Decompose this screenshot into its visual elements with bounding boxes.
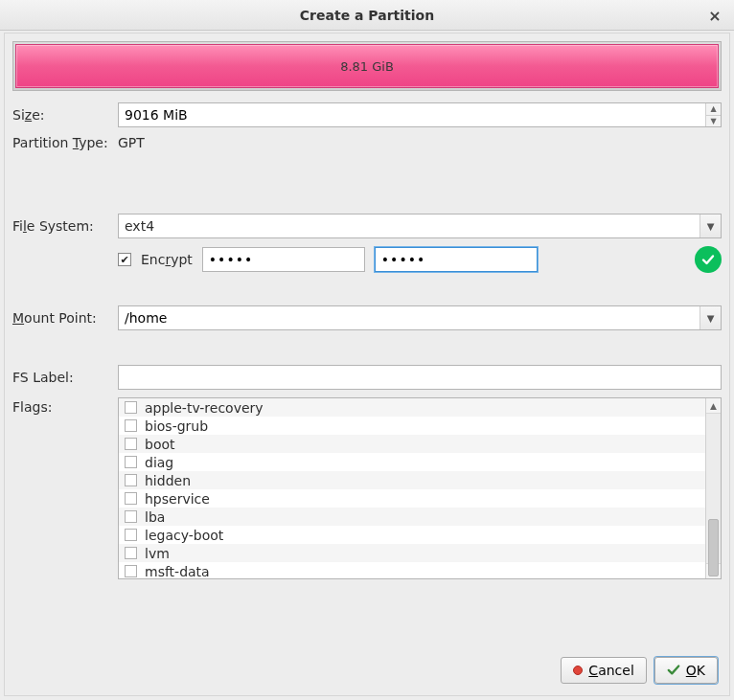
flag-checkbox[interactable] (125, 492, 137, 505)
ok-button-label: OK (686, 663, 705, 678)
size-label: Size: (12, 107, 112, 123)
scroll-track[interactable] (706, 414, 721, 563)
close-button[interactable]: × (703, 0, 726, 31)
flag-row[interactable]: hidden (119, 471, 705, 489)
flag-label: lba (145, 509, 165, 525)
flag-label: hpservice (145, 491, 210, 507)
fs-label-input[interactable] (118, 365, 722, 390)
flag-checkbox[interactable] (125, 474, 137, 486)
password-input-1[interactable] (202, 247, 365, 272)
create-partition-dialog: Create a Partition × 8.81 GiB Size: ▲ ▼ … (0, 0, 734, 700)
mount-point-label: Mount Point: (12, 310, 112, 326)
cancel-button-label: Cancel (588, 663, 633, 678)
flag-checkbox[interactable] (125, 401, 137, 414)
flag-label: hidden (145, 473, 191, 488)
flag-checkbox[interactable] (125, 419, 137, 432)
titlebar: Create a Partition × (0, 0, 734, 31)
flag-row[interactable]: diag (119, 453, 705, 471)
dialog-title: Create a Partition (300, 8, 434, 23)
button-bar: Cancel OK (561, 657, 718, 684)
size-spinbox[interactable]: ▲ ▼ (118, 102, 722, 127)
flag-label: bios-grub (145, 418, 208, 434)
mount-point-drop-icon[interactable]: ▼ (700, 306, 721, 329)
partition-bar[interactable]: 8.81 GiB (15, 44, 719, 88)
file-system-value: ext4 (119, 216, 700, 236)
file-system-combo[interactable]: ext4 ▼ (118, 214, 722, 238)
flag-row[interactable]: msft-data (119, 562, 705, 578)
encrypt-label: Encrypt (141, 252, 193, 267)
flag-row[interactable]: lvm (119, 544, 705, 562)
partition-bar-container: 8.81 GiB (12, 41, 722, 91)
flag-label: apple-tv-recovery (145, 400, 264, 416)
scroll-up-icon[interactable]: ▲ (706, 398, 721, 414)
password-match-icon (695, 246, 722, 273)
flag-row[interactable]: boot (119, 435, 705, 453)
scroll-thumb[interactable] (708, 519, 719, 576)
mount-point-combo[interactable]: ▼ (118, 305, 722, 330)
partition-type-value: GPT (118, 135, 722, 150)
password-input-2[interactable] (375, 247, 538, 272)
size-spin-up[interactable]: ▲ (706, 103, 721, 116)
flag-row[interactable]: bios-grub (119, 417, 705, 435)
flag-label: msft-data (145, 564, 210, 579)
flag-label: boot (145, 437, 175, 452)
ok-button[interactable]: OK (654, 657, 718, 684)
dialog-body: 8.81 GiB Size: ▲ ▼ Partition Type: GPT F… (4, 33, 730, 696)
fs-label-label: FS Label: (12, 370, 112, 385)
flag-checkbox[interactable] (125, 438, 137, 450)
flag-label: lvm (145, 546, 170, 561)
flags-label: Flags: (12, 397, 112, 415)
flag-label: legacy-boot (145, 528, 223, 543)
flag-row[interactable]: hpservice (119, 489, 705, 508)
file-system-label: File System: (12, 218, 112, 234)
flag-row[interactable]: legacy-boot (119, 526, 705, 544)
encrypt-checkbox[interactable]: ✔ (118, 253, 131, 266)
flags-list[interactable]: apple-tv-recoverybios-grubbootdiaghidden… (118, 397, 722, 579)
ok-icon (667, 663, 680, 679)
flag-row[interactable]: apple-tv-recovery (119, 398, 705, 417)
flag-checkbox[interactable] (125, 547, 137, 559)
flag-checkbox[interactable] (125, 565, 137, 577)
flag-checkbox[interactable] (125, 529, 137, 541)
encrypt-row: ✔ Encrypt (118, 246, 722, 273)
partition-type-label: Partition Type: (12, 135, 112, 150)
flag-row[interactable]: lba (119, 508, 705, 526)
partition-bar-label: 8.81 GiB (340, 59, 394, 74)
size-input[interactable] (119, 103, 705, 126)
form-grid: Size: ▲ ▼ Partition Type: GPT File Syste… (12, 102, 722, 579)
flag-checkbox[interactable] (125, 456, 137, 468)
flag-checkbox[interactable] (125, 510, 137, 523)
mount-point-input[interactable] (119, 308, 700, 327)
file-system-drop-icon[interactable]: ▼ (700, 215, 721, 237)
cancel-button[interactable]: Cancel (561, 657, 646, 684)
cancel-icon (573, 666, 583, 675)
size-spin-down[interactable]: ▼ (706, 116, 721, 127)
size-spinner[interactable]: ▲ ▼ (705, 103, 721, 126)
flags-scrollbar[interactable]: ▲ ▼ (705, 398, 721, 578)
flag-label: diag (145, 455, 173, 470)
